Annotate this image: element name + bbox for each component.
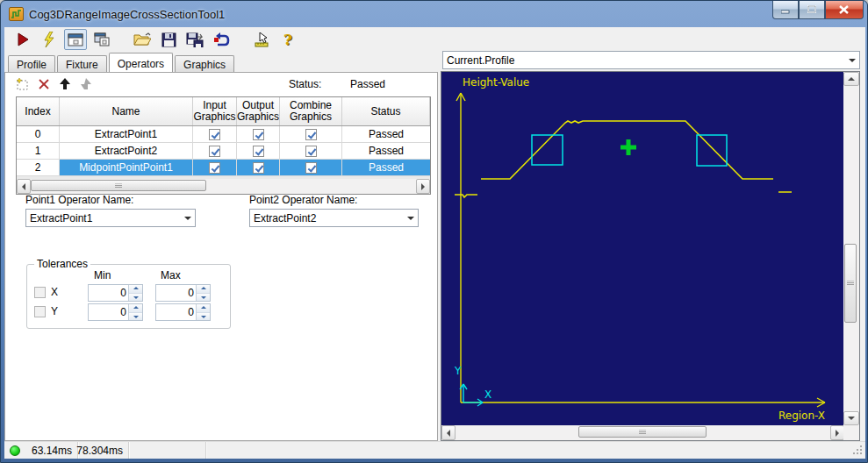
- move-up-button[interactable]: [56, 75, 74, 93]
- save-as-button[interactable]: [183, 29, 206, 50]
- spin-up-button[interactable]: [197, 285, 210, 294]
- tab-label: Profile: [17, 59, 47, 71]
- run-status-led: [10, 445, 20, 456]
- chevron-down-icon[interactable]: [180, 210, 195, 226]
- x-max-value: 0: [156, 285, 196, 301]
- scroll-left-button[interactable]: [17, 179, 31, 194]
- record-selector-value: Current.Profile: [443, 54, 844, 67]
- move-down-button[interactable]: [77, 75, 95, 93]
- table-row[interactable]: 0 ExtractPoint1 Passed: [17, 126, 430, 143]
- tolerances-group: Tolerances Min Max X 0 0 Y: [26, 264, 231, 329]
- tab-label: Operators: [118, 58, 164, 70]
- profile-display: Height-ValueRegion-XYX: [441, 71, 860, 441]
- close-button[interactable]: [825, 1, 864, 19]
- profile-plot[interactable]: Height-ValueRegion-XYX: [441, 72, 844, 425]
- output-graphics-checkbox[interactable]: [253, 146, 264, 157]
- scrollbar-corner: [843, 425, 859, 440]
- tab-graphics[interactable]: Graphics: [175, 55, 234, 72]
- x-tolerance-checkbox[interactable]: [34, 287, 46, 298]
- operators-page: Status: Passed Index Name Input Graphics…: [4, 72, 438, 441]
- point1-operator-combo[interactable]: ExtractPoint1: [25, 209, 196, 227]
- plot-vertical-scrollbar[interactable]: [843, 72, 859, 425]
- scrollbar-thumb[interactable]: [31, 180, 206, 191]
- spin-up-button[interactable]: [129, 285, 142, 294]
- resize-grip[interactable]: [851, 444, 864, 459]
- y-tolerance-label: Y: [51, 305, 58, 317]
- scroll-down-button[interactable]: [843, 411, 859, 425]
- y-min-spinner[interactable]: 0: [88, 303, 143, 321]
- chevron-down-icon[interactable]: [403, 210, 418, 226]
- status-spacer: [129, 442, 206, 459]
- lightning-trigger-button[interactable]: [38, 29, 61, 50]
- combine-graphics-checkbox[interactable]: [305, 129, 317, 140]
- save-button[interactable]: [157, 29, 180, 50]
- row-status: Passed: [342, 143, 430, 159]
- tolerances-title: Tolerances: [34, 258, 90, 270]
- tab-profile[interactable]: Profile: [8, 55, 55, 72]
- help-button[interactable]: ?: [276, 29, 299, 50]
- row-index: 2: [17, 160, 60, 175]
- grid-horizontal-scrollbar[interactable]: [17, 179, 430, 194]
- scrollbar-thumb[interactable]: [844, 244, 857, 323]
- scroll-left-button[interactable]: [441, 425, 456, 440]
- spin-down-button[interactable]: [197, 313, 210, 321]
- column-header-combine-graphics[interactable]: Combine Graphics: [280, 97, 342, 125]
- minimize-button[interactable]: [772, 1, 799, 19]
- combine-graphics-checkbox[interactable]: [305, 162, 317, 174]
- show-result-window-button[interactable]: [64, 29, 87, 50]
- combine-graphics-checkbox[interactable]: [305, 146, 317, 157]
- reset-button[interactable]: [210, 29, 233, 50]
- row-index: 0: [17, 126, 60, 142]
- plot-horizontal-scrollbar[interactable]: [441, 425, 844, 440]
- input-graphics-checkbox[interactable]: [209, 146, 220, 157]
- total-time: 78.304ms: [78, 442, 129, 459]
- tab-operators[interactable]: Operators: [109, 53, 173, 72]
- column-header-index[interactable]: Index: [17, 97, 60, 125]
- output-graphics-checkbox[interactable]: [253, 162, 264, 174]
- spin-down-button[interactable]: [129, 313, 142, 321]
- open-file-button[interactable]: [131, 29, 154, 50]
- run-button[interactable]: [11, 29, 34, 50]
- svg-text:X: X: [484, 388, 491, 401]
- x-min-value: 0: [89, 285, 128, 301]
- scrollbar-thumb[interactable]: [578, 426, 707, 438]
- column-header-status[interactable]: Status: [342, 97, 430, 125]
- point2-operator-combo[interactable]: ExtractPoint2: [249, 209, 419, 227]
- output-graphics-checkbox[interactable]: [253, 129, 264, 140]
- x-tolerance-label: X: [51, 286, 58, 298]
- spin-up-button[interactable]: [129, 304, 142, 313]
- y-tolerance-checkbox[interactable]: [34, 306, 46, 317]
- spin-down-button[interactable]: [129, 294, 142, 302]
- y-min-value: 0: [89, 304, 128, 320]
- x-max-spinner[interactable]: 0: [155, 284, 211, 302]
- scroll-right-button[interactable]: [416, 179, 430, 194]
- status-value: Passed: [348, 78, 388, 90]
- tab-fixture[interactable]: Fixture: [57, 55, 107, 72]
- input-graphics-checkbox[interactable]: [209, 129, 220, 140]
- float-result-window-button[interactable]: [90, 29, 113, 50]
- x-min-spinner[interactable]: 0: [88, 284, 143, 302]
- add-operator-button[interactable]: [14, 75, 32, 93]
- delete-operator-button[interactable]: [35, 75, 53, 93]
- measure-pointer-button[interactable]: [250, 29, 273, 50]
- operator-name: MidpointPointPoint1: [60, 160, 193, 175]
- chevron-down-icon[interactable]: [844, 52, 859, 68]
- operator-name: ExtractPoint2: [60, 143, 193, 159]
- maximize-button[interactable]: [799, 1, 825, 19]
- spin-up-button[interactable]: [197, 304, 210, 313]
- table-row[interactable]: 1 ExtractPoint2 Passed: [17, 143, 430, 160]
- svg-text:Height-Value: Height-Value: [463, 76, 529, 89]
- min-header: Min: [94, 269, 111, 281]
- y-max-spinner[interactable]: 0: [155, 303, 211, 321]
- title-bar[interactable]: Cog3DRangeImageCrossSectionTool1: [1, 1, 867, 27]
- scroll-up-button[interactable]: [843, 72, 859, 86]
- column-header-input-graphics[interactable]: Input Graphics: [193, 97, 237, 125]
- column-header-output-graphics[interactable]: Output Graphics: [237, 97, 280, 125]
- scroll-right-button[interactable]: [830, 425, 844, 440]
- column-header-name[interactable]: Name: [60, 97, 193, 125]
- spin-down-button[interactable]: [197, 294, 210, 302]
- table-row[interactable]: 2 MidpointPointPoint1 Passed: [17, 160, 430, 176]
- grid-header: Index Name Input Graphics Output Graphic…: [17, 97, 430, 126]
- record-selector-combo[interactable]: Current.Profile: [442, 51, 860, 69]
- input-graphics-checkbox[interactable]: [209, 162, 220, 174]
